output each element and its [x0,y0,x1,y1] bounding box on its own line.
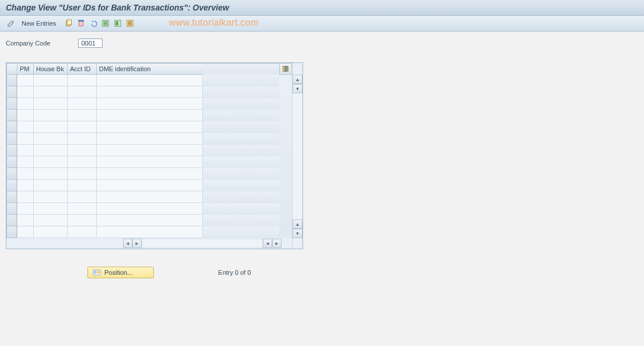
row-selector[interactable] [6,121,17,133]
footer-row: Position... Entry 0 of 0 [6,267,638,278]
undo-icon[interactable] [88,18,98,29]
cell-dme[interactable] [96,156,203,168]
cell-house-bk[interactable] [33,180,67,191]
cell-house-bk[interactable] [33,215,67,226]
table-row [6,121,292,133]
cell-pm[interactable] [17,156,33,168]
hscroll-track[interactable] [142,239,263,248]
cell-acct-id[interactable] [67,191,96,203]
cell-dme[interactable] [96,191,203,203]
cell-house-bk[interactable] [33,98,67,110]
pencil-icon[interactable] [6,18,16,29]
cell-acct-id[interactable] [67,156,96,168]
deselect-all-icon[interactable] [125,18,135,29]
cell-pm[interactable] [17,75,33,86]
cell-acct-id[interactable] [67,133,96,145]
cell-house-bk[interactable] [33,226,67,238]
row-selector[interactable] [6,86,17,98]
cell-dme[interactable] [96,121,203,133]
cell-pm[interactable] [17,98,33,110]
cell-acct-id[interactable] [67,180,96,191]
cell-dme[interactable] [96,75,203,86]
row-selector[interactable] [6,98,17,110]
row-selector[interactable] [6,191,17,203]
cell-house-bk[interactable] [33,75,67,86]
cell-acct-id[interactable] [67,121,96,133]
cell-pm[interactable] [17,121,33,133]
row-selector[interactable] [6,226,17,238]
vscroll-down-button[interactable]: ▼ [293,84,302,93]
cell-house-bk[interactable] [33,121,67,133]
select-all-icon[interactable] [100,18,111,29]
cell-dme[interactable] [96,215,203,226]
cell-dme[interactable] [96,203,203,215]
table-row [6,110,292,121]
cell-dme[interactable] [96,145,203,156]
company-code-input[interactable] [78,39,103,48]
hscroll-left-end-button[interactable]: ◄ [263,239,272,248]
cell-pm[interactable] [17,133,33,145]
cell-pm[interactable] [17,168,33,180]
table-header-pm[interactable]: PM [17,63,33,75]
cell-dme[interactable] [96,133,203,145]
cell-house-bk[interactable] [33,145,67,156]
vscroll-down-end-button[interactable]: ▼ [293,229,302,238]
cell-acct-id[interactable] [67,75,96,86]
cell-dme[interactable] [96,86,203,98]
row-selector[interactable] [6,203,17,215]
cell-house-bk[interactable] [33,86,67,98]
cell-acct-id[interactable] [67,145,96,156]
row-selector[interactable] [6,75,17,86]
hscroll-left-button[interactable]: ◄ [123,239,132,248]
row-selector[interactable] [6,180,17,191]
cell-dme[interactable] [96,226,203,238]
row-selector[interactable] [6,110,17,121]
vscroll-up-end-button[interactable]: ▲ [293,219,302,229]
vscroll-track[interactable] [293,93,302,219]
cell-pm[interactable] [17,145,33,156]
cell-dme[interactable] [96,98,203,110]
cell-house-bk[interactable] [33,156,67,168]
cell-pm[interactable] [17,86,33,98]
table-corner[interactable] [6,63,17,75]
vscroll-up-button[interactable]: ▲ [293,75,302,84]
cell-acct-id[interactable] [67,226,96,238]
cell-pm[interactable] [17,203,33,215]
cell-dme[interactable] [96,180,203,191]
cell-pm[interactable] [17,110,33,121]
hscroll-right-button[interactable]: ► [132,239,142,248]
cell-pm[interactable] [17,180,33,191]
table-header-dme[interactable]: DME identification [96,63,203,75]
cell-acct-id[interactable] [67,86,96,98]
cell-house-bk[interactable] [33,110,67,121]
table-header-acct-id[interactable]: Acct ID [67,63,96,75]
content-area: Company Code PM House Bk Acct ID DME ide… [0,32,644,285]
cell-house-bk[interactable] [33,168,67,180]
row-selector[interactable] [6,133,17,145]
hscroll-right-end-button[interactable]: ► [272,239,281,248]
cell-house-bk[interactable] [33,133,67,145]
delete-icon[interactable] [76,18,86,29]
cell-pm[interactable] [17,226,33,238]
cell-acct-id[interactable] [67,203,96,215]
row-selector[interactable] [6,156,17,168]
cell-acct-id[interactable] [67,168,96,180]
select-block-icon[interactable] [112,18,123,29]
cell-acct-id[interactable] [67,215,96,226]
row-selector[interactable] [6,145,17,156]
table-config-button[interactable] [279,63,292,75]
cell-house-bk[interactable] [33,191,67,203]
copy-icon[interactable] [64,18,74,29]
table-header-house-bk[interactable]: House Bk [33,63,67,75]
cell-house-bk[interactable] [33,203,67,215]
cell-acct-id[interactable] [67,110,96,121]
position-button[interactable]: Position... [87,267,154,278]
cell-pm[interactable] [17,191,33,203]
cell-pm[interactable] [17,215,33,226]
new-entries-button[interactable]: New Entries [18,19,59,28]
cell-acct-id[interactable] [67,98,96,110]
cell-dme[interactable] [96,168,203,180]
cell-dme[interactable] [96,110,203,121]
row-selector[interactable] [6,215,17,226]
row-selector[interactable] [6,168,17,180]
